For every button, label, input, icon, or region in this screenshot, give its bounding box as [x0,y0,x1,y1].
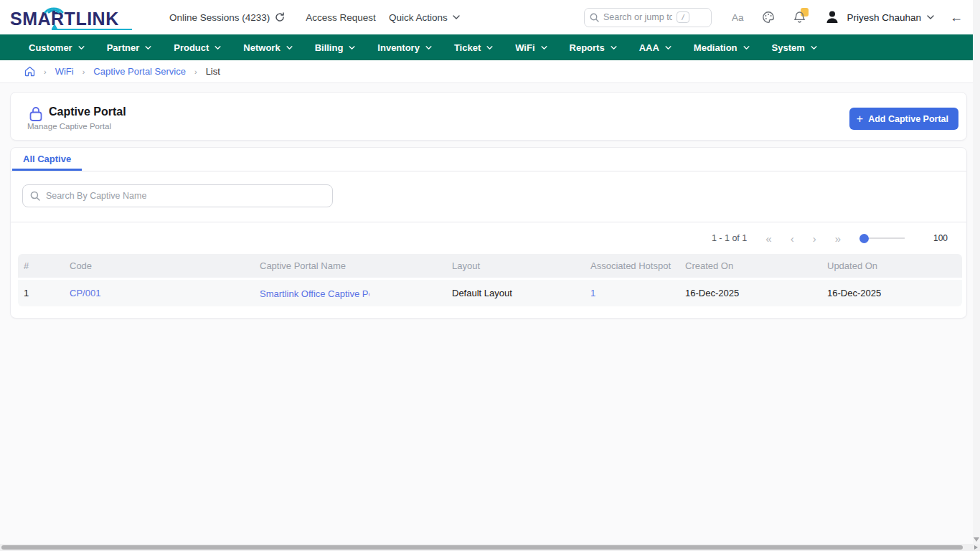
nav-item-network[interactable]: Network [243,42,292,53]
lock-icon [28,105,44,123]
captive-name-search-input[interactable] [46,191,325,201]
breadcrumb-chevron-icon: › [44,67,47,76]
user-avatar-icon[interactable] [824,9,840,25]
nav-item-wifi[interactable]: WiFi [515,42,547,53]
page-size-value: 100 [933,233,948,243]
logo-underline [52,29,132,30]
row-layout: Default Layout [446,288,585,298]
captive-name-search[interactable] [22,184,333,207]
search-icon [30,191,40,201]
nav-item-customer[interactable]: Customer [29,42,85,53]
row-index: 1 [18,288,64,298]
breadcrumb-captive-portal-service[interactable]: Captive Portal Service [93,66,186,77]
column-header-name: Captive Portal Name [254,260,446,271]
user-name: Priyesh Chauhan [847,12,921,23]
breadcrumb-list: List [206,66,220,77]
top-header: SMARTLINK Online Sessions (4233) Access … [0,0,973,34]
nav-item-partner[interactable]: Partner [107,42,152,53]
plus-icon: + [857,113,863,125]
chevron-down-icon [927,15,934,19]
first-page-button[interactable]: « [765,233,771,244]
nav-item-reports[interactable]: Reports [570,42,617,53]
tab-bar: All Captive [11,148,966,171]
chevron-down-icon [486,46,493,50]
nav-item-system[interactable]: System [772,42,817,53]
pagination: 1 - 1 of 1 « ‹ › » 100 [11,222,966,254]
chevron-down-icon [425,46,432,50]
nav-item-aaa[interactable]: AAA [639,42,672,53]
breadcrumb-chevron-icon: › [194,67,197,76]
online-sessions-label: Online Sessions (4233) [169,12,270,23]
chevron-down-icon [349,46,355,50]
column-header-index: # [18,260,64,271]
nav-item-inventory[interactable]: Inventory [377,42,432,53]
prev-page-button[interactable]: ‹ [791,233,794,244]
online-sessions[interactable]: Online Sessions (4233) [169,12,285,23]
smartlink-logo[interactable]: SMARTLINK [10,3,132,32]
add-captive-portal-button[interactable]: + Add Captive Portal [849,108,958,130]
chevron-down-icon [811,46,817,50]
row-name-link[interactable]: Smartlink Office Captive Po [260,288,369,299]
table-row: 1 CP/001 Smartlink Office Captive Po Def… [18,280,962,306]
horizontal-scrollbar-thumb[interactable] [1,545,963,550]
refresh-icon[interactable] [275,12,285,22]
scroll-down-arrow-icon[interactable] [974,537,979,542]
chevron-down-icon [611,46,617,50]
slash-shortcut-badge: / [677,11,689,23]
nav-item-ticket[interactable]: Ticket [454,42,493,53]
chevron-down-icon [665,46,672,50]
chevron-down-icon [286,46,293,50]
page-subtitle: Manage Captive Portal [27,122,111,131]
column-header-associated-hotspot: Associated Hotspot [585,260,679,271]
chevron-down-icon [541,46,547,50]
theme-palette-icon[interactable] [762,11,775,24]
breadcrumb: › WiFi › Captive Portal Service › List [0,60,973,83]
access-request-link[interactable]: Access Request [306,12,376,23]
column-header-updated-on: Updated On [821,260,961,271]
bell-icon [793,11,806,24]
quick-actions-menu[interactable]: Quick Actions [389,12,460,23]
chevron-down-icon [453,15,460,19]
last-page-button[interactable]: » [835,233,841,244]
chevron-down-icon [743,46,750,50]
captive-portal-list-card: All Captive 1 - 1 of 1 « ‹ › » 100 # Cod… [10,147,967,319]
main-nav: Customer Partner Product Network Billing… [0,34,980,60]
captive-portal-table: # Code Captive Portal Name Layout Associ… [18,254,962,306]
breadcrumb-chevron-icon: › [83,67,85,76]
column-header-code: Code [64,260,254,271]
page-header-card: Captive Portal Manage Captive Portal + A… [10,92,967,141]
horizontal-scrollbar[interactable] [0,544,980,551]
back-arrow-icon[interactable]: ← [950,10,963,25]
slider-track [869,237,905,239]
notifications-button[interactable] [793,11,806,24]
font-size-toggle[interactable]: Aa [732,12,744,23]
breadcrumb-wifi[interactable]: WiFi [55,66,74,77]
search-icon [590,13,599,22]
row-code-link[interactable]: CP/001 [70,288,100,298]
scroll-right-arrow-icon[interactable] [974,545,978,550]
page-size-slider[interactable] [859,234,905,243]
pagination-range: 1 - 1 of 1 [712,233,747,243]
table-header-row: # Code Captive Portal Name Layout Associ… [18,254,962,278]
user-menu[interactable]: Priyesh Chauhan [847,12,934,23]
slider-handle[interactable] [859,234,869,243]
chevron-down-icon [145,46,151,50]
column-header-created-on: Created On [679,260,821,271]
tab-all-captive[interactable]: All Captive [12,148,82,171]
nav-item-product[interactable]: Product [174,42,221,53]
global-search[interactable]: / [584,8,712,27]
nav-item-billing[interactable]: Billing [315,42,356,53]
page-title: Captive Portal [49,105,126,118]
vertical-scrollbar[interactable] [973,0,980,544]
chevron-down-icon [215,46,221,50]
next-page-button[interactable]: › [813,233,816,244]
row-created-on: 16-Dec-2025 [679,288,821,298]
chevron-down-icon [78,46,85,50]
home-icon[interactable] [24,66,35,77]
column-header-layout: Layout [446,260,585,271]
wifi-waves-icon [42,2,66,14]
nav-item-mediation[interactable]: Mediation [694,42,750,53]
global-search-input[interactable] [603,12,672,22]
row-updated-on: 16-Dec-2025 [821,288,961,298]
row-associated-hotspot-link[interactable]: 1 [590,288,595,298]
